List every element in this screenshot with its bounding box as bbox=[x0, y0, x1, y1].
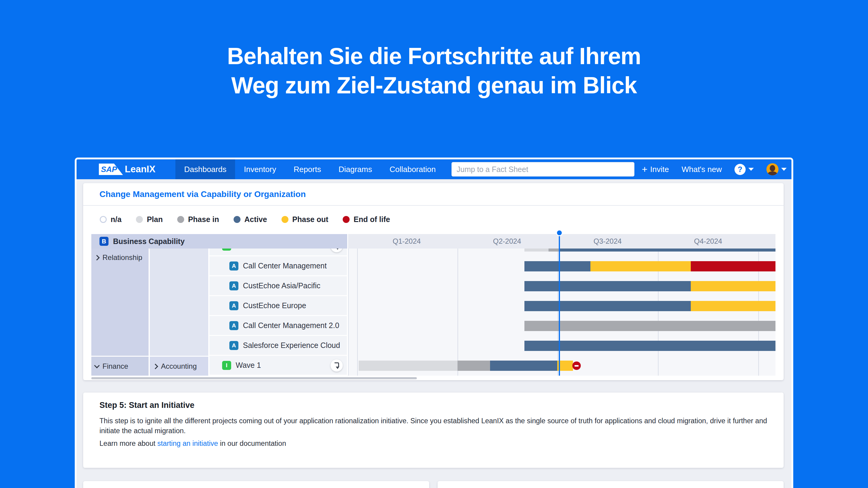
gantt-header-label: Business Capability bbox=[113, 237, 185, 246]
user-avatar[interactable] bbox=[767, 163, 778, 175]
invite-button[interactable]: + Invite bbox=[642, 165, 669, 174]
application-icon: A bbox=[229, 281, 239, 290]
invite-label: Invite bbox=[650, 165, 669, 174]
relationship-expander[interactable]: Relationship bbox=[91, 249, 149, 262]
application-icon: A bbox=[229, 301, 239, 310]
fact-sheet-search[interactable] bbox=[452, 162, 634, 176]
plus-icon: + bbox=[642, 165, 648, 174]
endoflife-status-dot-icon bbox=[343, 216, 350, 223]
learn-more-line: Learn more about starting an initiative … bbox=[99, 440, 286, 448]
quarter-label-q3-2024: Q3-2024 bbox=[557, 234, 658, 249]
timeline-header: Q1-2024Q2-2024Q3-2024Q4-2024 bbox=[348, 234, 775, 249]
chevron-down-icon bbox=[748, 168, 754, 171]
navbar-right-group: + Invite What's new ? bbox=[642, 159, 786, 179]
blocked-minus-icon[interactable] bbox=[572, 361, 581, 370]
learn-more-suffix: in our documentation bbox=[218, 440, 286, 447]
gantt-bar-row-custechoe-europe bbox=[349, 296, 775, 316]
learn-more-prefix: Learn more about bbox=[99, 440, 157, 447]
sub-capability-column bbox=[150, 249, 210, 356]
relationship-label: Relationship bbox=[102, 253, 142, 262]
gantt-header: B Business Capability Q1-2024Q2-2024Q3-2… bbox=[91, 234, 775, 249]
chevron-right-icon bbox=[94, 255, 99, 260]
avatar-head bbox=[770, 165, 775, 171]
gantt-bar-row-call-center-management bbox=[349, 256, 775, 276]
gantt-row-custechoe-asia-pacific[interactable]: ACustEchoe Asia/Pacific bbox=[210, 276, 348, 296]
legend-label: Active bbox=[244, 215, 267, 224]
lifecycle-bar-active[interactable] bbox=[524, 281, 691, 291]
bottom-card-left bbox=[83, 481, 429, 488]
whats-new-button[interactable]: What's new bbox=[681, 165, 722, 174]
sap-logo: SAP bbox=[99, 164, 123, 175]
legend-item-end-of-life: End of life bbox=[343, 215, 390, 224]
nav-items: DashboardsInventoryReportsDiagramsCollab… bbox=[176, 159, 444, 179]
application-icon: A bbox=[229, 261, 239, 270]
sap-logo-text: SAP bbox=[101, 165, 117, 174]
nav-item-collaboration[interactable]: Collaboration bbox=[381, 159, 444, 179]
legend-label: n/a bbox=[111, 215, 121, 224]
nav-item-reports[interactable]: Reports bbox=[285, 159, 330, 179]
user-menu[interactable] bbox=[767, 163, 786, 175]
nav-item-diagrams[interactable]: Diagrams bbox=[330, 159, 381, 179]
today-marker-dot[interactable] bbox=[556, 230, 563, 236]
help-menu[interactable]: ? bbox=[735, 164, 754, 175]
hero-headline-line1: Behalten Sie die Fortschritte auf Ihrem bbox=[0, 41, 868, 71]
accounting-cell[interactable]: Accounting bbox=[150, 356, 210, 376]
quarter-label-q4-2024: Q4-2024 bbox=[658, 234, 758, 249]
legend-item-phase-out: Phase out bbox=[281, 215, 328, 224]
legend-label: End of life bbox=[353, 215, 390, 224]
lifecycle-bar-active[interactable] bbox=[524, 261, 590, 271]
lifecycle-bar-active[interactable] bbox=[524, 341, 775, 351]
chevron-right-icon bbox=[153, 364, 158, 369]
lifecycle-bar-phaseout[interactable] bbox=[691, 281, 775, 291]
chevron-down-icon bbox=[94, 363, 99, 368]
nav-item-dashboards[interactable]: Dashboards bbox=[176, 159, 235, 179]
lifecycle-bar-phasein[interactable] bbox=[458, 361, 490, 371]
down-arrow-icon bbox=[335, 362, 339, 368]
lifecycle-bar-active[interactable] bbox=[524, 301, 691, 311]
row-label: Wave 1 bbox=[236, 361, 261, 369]
nav-item-inventory[interactable]: Inventory bbox=[235, 159, 285, 179]
lifecycle-bar-plan[interactable] bbox=[359, 361, 458, 371]
search-input[interactable] bbox=[457, 165, 629, 174]
step-card: Step 5: Start an Initiative This step is… bbox=[83, 392, 784, 468]
product-name: LeanIX bbox=[125, 164, 156, 175]
brand[interactable]: SAP LeanIX bbox=[99, 159, 156, 179]
lifecycle-bar-phaseout[interactable] bbox=[590, 261, 691, 271]
lifecycle-bar-endoflife[interactable] bbox=[691, 261, 775, 271]
legend-label: Plan bbox=[147, 215, 163, 224]
top-navbar: SAP LeanIX DashboardsInventoryReportsDia… bbox=[76, 159, 792, 179]
lifecycle-legend: n/aPlanPhase inActivePhase outEnd of lif… bbox=[100, 213, 390, 226]
lifecycle-bar-phaseout[interactable] bbox=[691, 301, 775, 311]
lifecycle-bar-phasein[interactable] bbox=[524, 321, 775, 331]
finance-label: Finance bbox=[102, 362, 128, 370]
gantt-row-wave-1[interactable]: IWave 1 bbox=[210, 356, 348, 376]
legend-label: Phase out bbox=[292, 215, 328, 224]
quarter-label-q1-2024: Q1-2024 bbox=[356, 234, 457, 249]
gantt-chart-area bbox=[348, 234, 775, 376]
hero-headline-line2: Weg zum Ziel-Zustand genau im Blick bbox=[0, 71, 868, 100]
legend-item-phase-in: Phase in bbox=[177, 215, 219, 224]
bottom-card-right bbox=[438, 481, 784, 488]
gantt-row-call-center-management[interactable]: ACall Center Management bbox=[210, 256, 348, 276]
panel-title-link[interactable]: Change Management via Capability or Orga… bbox=[99, 190, 306, 199]
starting-initiative-link[interactable]: starting an initiative bbox=[157, 440, 218, 447]
na-status-dot-icon bbox=[100, 216, 107, 223]
jump-to-related-button[interactable] bbox=[331, 359, 343, 371]
lifecycle-bar-active[interactable] bbox=[490, 361, 557, 371]
horizontal-scrollbar[interactable] bbox=[91, 377, 417, 379]
row-label: Call Center Management bbox=[243, 261, 327, 270]
chevron-down-icon bbox=[781, 168, 786, 171]
finance-cell[interactable]: Finance bbox=[91, 356, 150, 376]
gantt-header-left[interactable]: B Business Capability bbox=[91, 234, 348, 249]
hero-headline: Behalten Sie die Fortschritte auf Ihrem … bbox=[0, 41, 868, 100]
business-capability-icon: B bbox=[99, 237, 108, 246]
gantt-row-call-center-management-2-0[interactable]: ACall Center Management 2.0 bbox=[210, 316, 348, 336]
gantt-row-custechoe-europe[interactable]: ACustEchoe Europe bbox=[210, 296, 348, 316]
gantt-bar-row-call-center-management-2-0 bbox=[349, 316, 775, 336]
row-label: Call Center Management 2.0 bbox=[243, 321, 339, 330]
help-icon[interactable]: ? bbox=[735, 164, 746, 175]
avatar-torso bbox=[768, 171, 777, 175]
gantt-row-salesforce-experience-cloud[interactable]: ASalesforce Experience Cloud bbox=[210, 336, 348, 356]
row-label: Salesforce Experience Cloud bbox=[243, 341, 340, 350]
gantt-bar-row-wave-1 bbox=[349, 356, 775, 376]
